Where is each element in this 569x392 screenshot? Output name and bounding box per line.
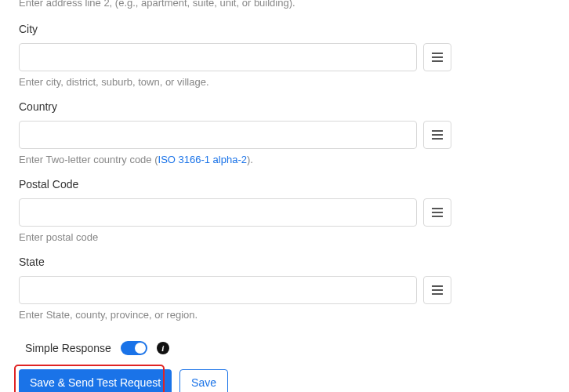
- button-row: Save & Send Test Request Save: [19, 369, 451, 392]
- save-button[interactable]: Save: [179, 369, 228, 392]
- country-hint: Enter Two-letter country code (ISO 3166-…: [19, 154, 451, 165]
- country-input-row: [19, 121, 451, 149]
- hamburger-icon: [431, 52, 444, 63]
- state-input[interactable]: [19, 276, 417, 304]
- iso-3166-link[interactable]: ISO 3166-1 alpha-2: [158, 154, 247, 165]
- simple-response-toggle[interactable]: [121, 341, 147, 355]
- state-input-row: [19, 276, 451, 304]
- postal-code-hint: Enter postal code: [19, 231, 451, 243]
- info-icon[interactable]: i: [157, 342, 169, 354]
- state-hint: Enter State, county, province, or region…: [19, 309, 451, 321]
- hamburger-icon: [431, 129, 444, 140]
- city-options-button[interactable]: [423, 43, 451, 71]
- country-hint-suffix: ).: [247, 154, 253, 165]
- city-field-group: City Enter city, district, suburb, town,…: [19, 23, 451, 88]
- country-input[interactable]: [19, 121, 417, 149]
- postal-code-field-group: Postal Code Enter postal code: [19, 178, 451, 243]
- city-input[interactable]: [19, 43, 417, 71]
- country-hint-prefix: Enter Two-letter country code (: [19, 154, 158, 165]
- address-line-2-hint: Enter address line 2, (e.g., apartment, …: [19, 0, 451, 9]
- city-input-row: [19, 43, 451, 71]
- form-container: Enter address line 2, (e.g., apartment, …: [0, 0, 569, 392]
- postal-code-options-button[interactable]: [423, 198, 451, 227]
- postal-code-input[interactable]: [19, 198, 417, 227]
- country-label: Country: [19, 100, 451, 113]
- country-field-group: Country Enter Two-letter country code (I…: [19, 100, 451, 165]
- postal-code-input-row: [19, 198, 451, 227]
- simple-response-label: Simple Response: [25, 342, 111, 354]
- toggle-knob: [135, 343, 146, 354]
- state-label: State: [19, 256, 451, 268]
- simple-response-row: Simple Response i: [25, 341, 451, 355]
- hamburger-icon: [431, 207, 444, 218]
- hamburger-icon: [431, 285, 444, 296]
- city-hint: Enter city, district, suburb, town, or v…: [19, 76, 451, 88]
- state-field-group: State Enter State, county, province, or …: [19, 256, 451, 321]
- city-label: City: [19, 23, 451, 35]
- postal-code-label: Postal Code: [19, 178, 451, 191]
- save-and-send-test-request-button[interactable]: Save & Send Test Request: [19, 369, 172, 392]
- country-options-button[interactable]: [423, 121, 451, 149]
- state-options-button[interactable]: [423, 276, 451, 304]
